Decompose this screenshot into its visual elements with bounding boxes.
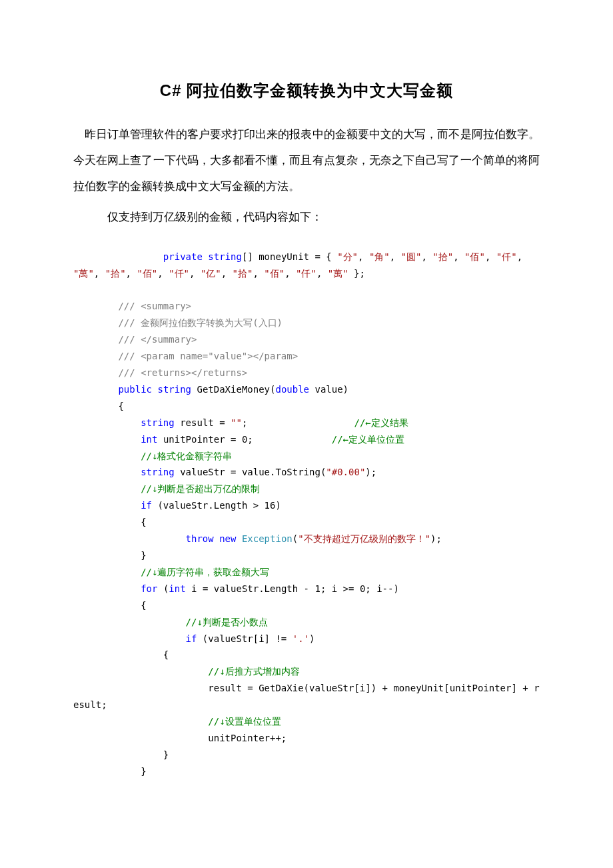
page-title: C# 阿拉伯数字金额转换为中文大写金额 [73, 80, 540, 101]
intro-paragraph: 昨日订单管理软件的客户要求打印出来的报表中的金额要中文的大写，而不是阿拉伯数字。… [73, 121, 540, 199]
subnote-paragraph: 仅支持到万亿级别的金额，代码内容如下： [73, 205, 540, 229]
document-page: C# 阿拉伯数字金额转换为中文大写金额 昨日订单管理软件的客户要求打印出来的报表… [0, 0, 613, 868]
code-block: private string[] moneyUnit = { "分", "角",… [73, 249, 540, 780]
